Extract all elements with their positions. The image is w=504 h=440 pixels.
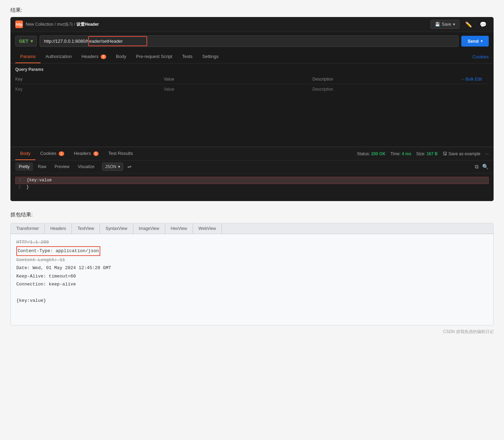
postman-logo: http <box>15 20 23 28</box>
time-value: 4 ms <box>402 151 411 156</box>
method-label: GET <box>19 39 28 44</box>
size-value: 167 B <box>427 151 438 156</box>
params-header: Key Value Description ··· Bulk Edit <box>15 75 489 84</box>
params-section: Query Params Key Value Description ··· B… <box>10 64 494 98</box>
method-select[interactable]: GET ▾ <box>15 36 37 47</box>
code-area: 1 {key:value 2 } <box>10 173 494 201</box>
capture-tab-hexview[interactable]: HexView <box>165 223 193 234</box>
code-line-2: 2 } <box>15 184 489 191</box>
url-input[interactable] <box>40 35 459 47</box>
capture-line-10 <box>16 313 488 321</box>
capture-tab-transformer[interactable]: Transformer <box>11 223 45 234</box>
params-row <box>15 84 489 94</box>
capture-tab-syntaxview[interactable]: SyntaxView <box>100 223 133 234</box>
key-input[interactable] <box>15 87 164 92</box>
code-line-1: 1 {key:value <box>15 177 489 184</box>
send-dropdown-icon: ▾ <box>481 39 482 43</box>
capture-line-2: Content-Type: application/json <box>16 246 488 256</box>
title-bar-left: http New Collection / mvc练习 / 设置Header <box>15 20 99 28</box>
capture-strikethrough-1: HTTP/1.1 200 <box>16 240 49 245</box>
query-params-label: Query Params <box>15 67 489 72</box>
response-tab-test-results[interactable]: Test Results <box>103 147 138 160</box>
tab-headers[interactable]: Headers 8 <box>77 50 111 63</box>
tab-tests[interactable]: Tests <box>177 50 197 63</box>
title-bar: http New Collection / mvc练习 / 设置Header 💾… <box>10 17 494 32</box>
save-button[interactable]: 💾 Save ▾ <box>430 20 460 29</box>
value-input[interactable] <box>164 87 312 92</box>
capture-highlight-content-type: Content-Type: application/json <box>16 246 100 256</box>
capture-content: HTTP/1.1 200 Content-Type: application/j… <box>11 234 493 325</box>
line-num-1: 1 <box>16 177 21 184</box>
more-dots: ··· <box>461 77 464 82</box>
postman-window: http New Collection / mvc练习 / 设置Header 💾… <box>10 17 494 201</box>
capture-line-6: Connection: keep-alive <box>16 280 488 288</box>
tab-body[interactable]: Body <box>111 50 131 63</box>
view-tab-preview[interactable]: Preview <box>51 163 73 171</box>
capture-section: Transformer Headers TextView SyntaxView … <box>10 223 494 325</box>
response-tab-cookies[interactable]: Cookies 1 <box>35 147 69 160</box>
search-button[interactable]: 🔍 <box>482 164 489 170</box>
bulk-edit-button[interactable]: Bulk Edit <box>465 77 482 82</box>
capture-tabs: Transformer Headers TextView SyntaxView … <box>11 223 493 234</box>
capture-line-8: {key:value} <box>16 297 488 305</box>
view-tabs-bar: Pretty Raw Preview Visualize JSON ▾ ⇌ ⧉ … <box>10 160 494 173</box>
value-column-header: Value <box>164 77 312 82</box>
url-input-wrapper <box>40 35 459 47</box>
view-tab-raw[interactable]: Raw <box>34 163 50 171</box>
tab-params[interactable]: Params <box>15 50 41 63</box>
section2-label: 抓包结果: <box>10 211 494 218</box>
breadcrumb-active: 设置Header <box>76 22 99 27</box>
tab-authorization[interactable]: Authorization <box>41 50 77 63</box>
description-input[interactable] <box>312 87 461 92</box>
tab-settings[interactable]: Settings <box>198 50 224 63</box>
capture-tab-headers[interactable]: Headers <box>45 223 72 234</box>
empty-params-area <box>10 98 494 147</box>
cookies-link[interactable]: Cookies <box>472 54 489 59</box>
save-example-label: Save as example <box>448 151 480 156</box>
filter-icon[interactable]: ⇌ <box>127 164 132 169</box>
status-label: Status: 200 OK <box>357 151 386 156</box>
save-label: Save <box>442 22 451 27</box>
url-bar: GET ▾ Send ▾ <box>10 32 494 50</box>
status-value: 200 OK <box>371 151 385 156</box>
capture-line-4: Date: Wed, 01 May 2024 12:45:28 GMT <box>16 264 488 272</box>
edit-icon-button[interactable]: ✏️ <box>463 20 474 28</box>
format-label: JSON <box>105 164 116 169</box>
comment-icon-button[interactable]: 💬 <box>478 20 489 28</box>
format-select[interactable]: JSON ▾ <box>102 163 123 171</box>
page-footer: CSDN @我焦虑的编程日记 <box>10 325 494 338</box>
capture-tab-textview[interactable]: TextView <box>72 223 100 234</box>
capture-line-7 <box>16 288 488 296</box>
response-section: Body Cookies 1 Headers 5 Test Results St… <box>10 147 494 201</box>
more-options-icon[interactable]: ··· <box>485 151 489 156</box>
save-example-button[interactable]: 🖫 Save as example <box>443 151 480 156</box>
capture-line-9 <box>16 305 488 313</box>
view-tabs-right: ⧉ 🔍 <box>475 164 489 170</box>
tab-prerequest[interactable]: Pre-request Script <box>131 50 177 63</box>
size-text: Size: <box>416 151 427 156</box>
save-dropdown-icon: ▾ <box>453 22 455 27</box>
capture-line-3: Content-Length: 11 <box>16 256 488 264</box>
view-tab-pretty[interactable]: Pretty <box>15 163 33 171</box>
breadcrumb-path: New Collection / mvc练习 / <box>26 22 76 27</box>
format-arrow-icon: ▾ <box>118 164 120 169</box>
disk-icon: 🖫 <box>443 151 447 156</box>
capture-tab-imageview[interactable]: ImageView <box>133 223 165 234</box>
time-text: Time: <box>390 151 402 156</box>
key-column-header: Key <box>15 77 164 82</box>
copy-button[interactable]: ⧉ <box>475 164 479 170</box>
view-tab-visualize[interactable]: Visualize <box>74 163 98 171</box>
code-content-1: {key:value <box>27 177 52 184</box>
send-button[interactable]: Send ▾ <box>461 36 489 47</box>
response-tab-body[interactable]: Body <box>15 147 35 160</box>
capture-strikethrough-3: Content-Length: 11 <box>16 257 65 263</box>
section1-label: 结果: <box>10 7 494 14</box>
response-tab-headers[interactable]: Headers 5 <box>69 147 103 160</box>
description-column-header: Description <box>312 77 461 82</box>
title-bar-right: 💾 Save ▾ ✏️ 💬 <box>430 20 489 29</box>
code-content-2: } <box>26 184 29 191</box>
capture-tab-webview[interactable]: WebView <box>193 223 222 234</box>
capture-line-1: HTTP/1.1 200 <box>16 238 488 246</box>
floppy-icon: 💾 <box>435 22 440 27</box>
line-num-2: 2 <box>15 184 21 191</box>
